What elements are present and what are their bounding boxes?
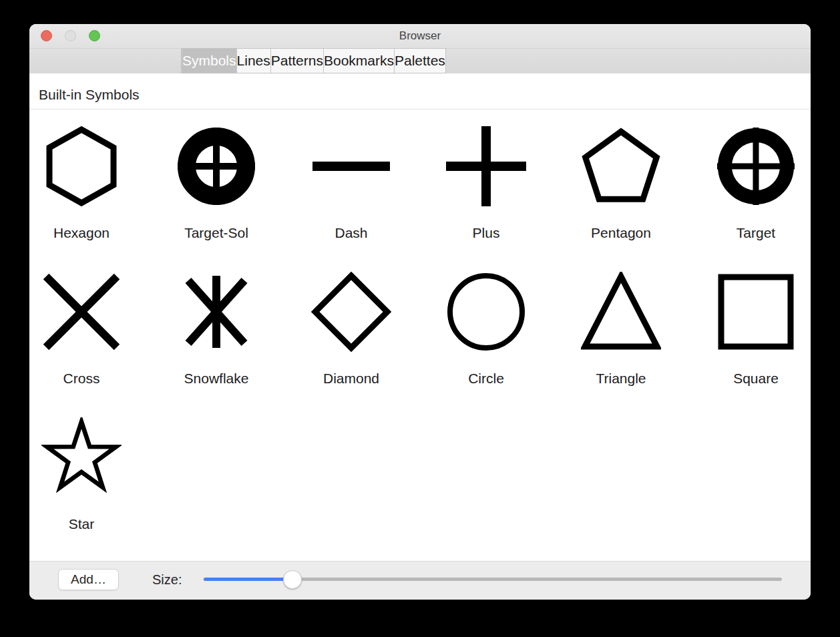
symbol-item-snowflake[interactable]: Snowflake [149,266,284,411]
symbol-label: Pentagon [591,224,651,242]
symbol-item-cross[interactable]: Cross [29,266,149,411]
symbol-item-circle[interactable]: Circle [419,266,554,411]
tab-symbols[interactable]: Symbols [182,49,236,73]
target-sol-icon [176,126,256,206]
symbol-item-dash[interactable]: Dash [284,120,419,266]
tab-label: Palettes [395,53,445,69]
star-icon [41,417,122,497]
section-divider [29,109,811,110]
symbol-label: Target [737,224,775,242]
tab-label: Bookmarks [324,53,394,69]
minimize-button[interactable] [65,30,76,41]
dash-icon [311,126,391,206]
tab-label: Patterns [271,53,323,69]
window-header: Browser Symbols Lines Patterns Bookmarks [29,24,811,74]
target-icon [716,126,796,206]
bottom-bar: Add… Size: [29,561,811,600]
symbol-item-star[interactable]: Star [29,411,149,557]
tab-bookmarks[interactable]: Bookmarks [323,49,394,73]
symbol-label: Triangle [596,370,646,387]
traffic-lights [41,30,100,41]
tab-patterns[interactable]: Patterns [270,49,323,73]
size-label: Size: [152,572,182,588]
symbol-item-pentagon[interactable]: Pentagon [554,120,688,266]
circle-icon [446,272,526,352]
snowflake-icon [176,272,256,352]
close-button[interactable] [41,30,52,41]
diamond-icon [311,272,391,352]
symbol-item-target[interactable]: Target [688,120,811,266]
symbol-item-target-sol[interactable]: Target-Sol [149,120,284,266]
tab-strip: Symbols Lines Patterns Bookmarks Palette… [181,48,446,73]
cross-icon [41,272,122,352]
symbol-item-triangle[interactable]: Triangle [554,266,688,411]
symbol-label: Snowflake [184,370,249,387]
symbol-label: Hexagon [53,224,110,242]
triangle-icon [581,272,661,352]
plus-icon [446,126,526,206]
symbol-label: Cross [63,370,100,387]
tab-label: Lines [237,53,270,69]
symbol-label: Circle [468,370,504,387]
tab-label: Symbols [182,53,236,69]
symbol-label: Star [69,515,95,533]
window-title: Browser [399,29,441,43]
hexagon-icon [41,126,122,206]
symbol-label: Square [733,370,779,387]
square-icon [716,272,796,352]
symbol-label: Plus [473,224,500,242]
symbols-panel: Built-in Symbols Hexagon Target-Sol Dash [29,73,811,561]
tab-lines[interactable]: Lines [236,49,270,73]
symbol-label: Dash [335,224,367,242]
symbol-item-diamond[interactable]: Diamond [284,266,419,411]
size-slider[interactable] [204,570,782,589]
symbol-item-square[interactable]: Square [688,266,811,411]
symbol-label: Target-Sol [184,224,248,242]
add-button[interactable]: Add… [58,569,119,590]
slider-fill [204,578,292,581]
symbols-grid: Hexagon Target-Sol Dash Plus [29,120,811,557]
symbol-item-plus[interactable]: Plus [419,120,554,266]
symbol-item-hexagon[interactable]: Hexagon [29,120,149,266]
zoom-button[interactable] [89,30,100,41]
pentagon-icon [581,126,661,206]
browser-window: Browser Symbols Lines Patterns Bookmarks [29,24,811,600]
tab-palettes[interactable]: Palettes [394,49,445,73]
titlebar: Browser [29,24,811,49]
slider-thumb[interactable] [283,570,302,589]
add-button-label: Add… [71,572,106,587]
symbol-label: Diamond [323,370,379,387]
builtin-symbols-heading: Built-in Symbols [29,73,811,104]
